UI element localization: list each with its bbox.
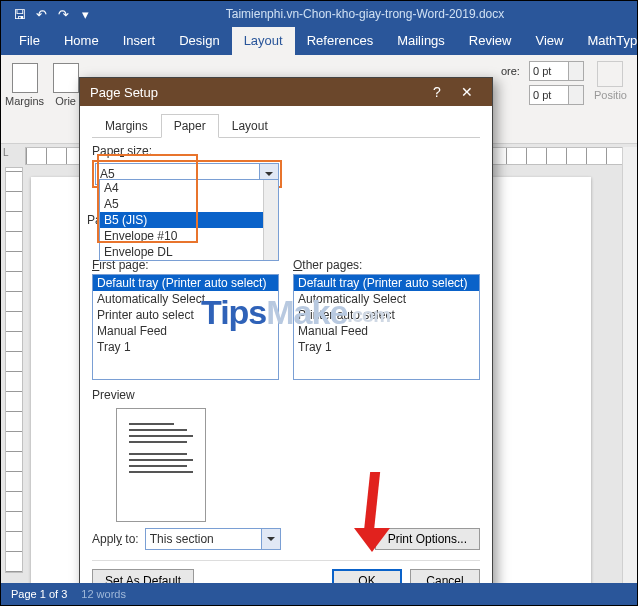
list-item[interactable]: Manual Feed [93, 323, 278, 339]
position-icon [597, 61, 623, 87]
qat-dropdown-icon[interactable]: ▾ [77, 6, 93, 22]
orientation-icon [53, 63, 79, 93]
document-title: Taimienphi.vn-Chon-kho-giay-trong-Word-2… [93, 7, 637, 21]
status-bar: Page 1 of 3 12 words [1, 583, 637, 605]
l-corner-marker: L [3, 147, 9, 158]
list-item[interactable]: Default tray (Printer auto select) [93, 275, 278, 291]
list-item[interactable]: Manual Feed [294, 323, 479, 339]
dialog-tabs: Margins Paper Layout [92, 114, 480, 138]
dropdown-option[interactable]: Envelope #10 [100, 228, 278, 244]
list-item[interactable]: Tray 1 [93, 339, 278, 355]
tab-view[interactable]: View [523, 27, 575, 55]
save-icon[interactable]: 🖫 [11, 6, 27, 22]
paper-size-label: Paper size: [92, 144, 480, 158]
vertical-ruler[interactable] [5, 167, 23, 573]
page-indicator[interactable]: Page 1 of 3 [11, 588, 67, 600]
dropdown-option[interactable]: A5 [100, 196, 278, 212]
preview-page [116, 408, 206, 522]
paper-size-dropdown[interactable]: A4 A5 B5 (JIS) Envelope #10 Envelope DL [99, 179, 279, 261]
dialog-title: Page Setup [90, 85, 158, 100]
dialog-tab-margins[interactable]: Margins [92, 114, 161, 138]
tab-mathtype[interactable]: MathType [575, 27, 638, 55]
tab-references[interactable]: References [295, 27, 385, 55]
tab-review[interactable]: Review [457, 27, 524, 55]
apply-to-combo[interactable]: This section [145, 528, 281, 550]
dialog-tab-layout[interactable]: Layout [219, 114, 281, 138]
tab-file[interactable]: File [7, 27, 52, 55]
dropdown-option[interactable]: A4 [100, 180, 278, 196]
tab-design[interactable]: Design [167, 27, 231, 55]
print-options-button[interactable]: Print Options... [375, 528, 480, 550]
position-label: Positio [594, 89, 627, 101]
before-label: ore: [501, 65, 525, 77]
page-setup-dialog: Page Setup ? ✕ Margins Paper Layout Pape… [79, 77, 493, 604]
dropdown-option[interactable]: Envelope DL [100, 244, 278, 260]
tab-layout[interactable]: Layout [232, 27, 295, 55]
tab-home[interactable]: Home [52, 27, 111, 55]
tab-mailings[interactable]: Mailings [385, 27, 457, 55]
spacing-after-field[interactable]: 0 pt [529, 85, 584, 105]
dropdown-scrollbar[interactable] [263, 180, 278, 260]
dialog-tab-paper[interactable]: Paper [161, 114, 219, 138]
apply-to-value: This section [150, 532, 214, 546]
margins-icon [12, 63, 38, 93]
title-bar: 🖫 ↶ ↷ ▾ Taimienphi.vn-Chon-kho-giay-tron… [1, 1, 637, 27]
chevron-down-icon[interactable] [261, 529, 280, 549]
list-item[interactable]: Tray 1 [294, 339, 479, 355]
tab-insert[interactable]: Insert [111, 27, 168, 55]
other-pages-label: Other pages: [293, 258, 480, 272]
dropdown-option[interactable]: B5 (JIS) [100, 212, 278, 228]
list-item[interactable]: Automatically Select [294, 291, 479, 307]
undo-icon[interactable]: ↶ [33, 6, 49, 22]
vertical-scrollbar[interactable] [622, 147, 637, 583]
list-item[interactable]: Automatically Select [93, 291, 278, 307]
help-icon[interactable]: ? [422, 84, 452, 100]
redo-icon[interactable]: ↷ [55, 6, 71, 22]
word-count[interactable]: 12 words [81, 588, 126, 600]
preview-label: Preview [92, 388, 480, 402]
orientation-label: Orie [55, 95, 76, 107]
margins-label: Margins [5, 95, 44, 107]
close-icon[interactable]: ✕ [452, 84, 482, 100]
other-pages-list[interactable]: Default tray (Printer auto select) Autom… [293, 274, 480, 380]
margins-button[interactable]: Margins [5, 63, 44, 107]
list-item[interactable]: Printer auto select [93, 307, 278, 323]
position-button[interactable]: Positio [594, 61, 627, 101]
list-item[interactable]: Default tray (Printer auto select) [294, 275, 479, 291]
ribbon-tabs: File Home Insert Design Layout Reference… [1, 27, 637, 55]
dialog-titlebar[interactable]: Page Setup ? ✕ [80, 78, 492, 106]
apply-to-label: Apply to: [92, 532, 139, 546]
spacing-before-field[interactable]: 0 pt [529, 61, 584, 81]
first-page-list[interactable]: Default tray (Printer auto select) Autom… [92, 274, 279, 380]
list-item[interactable]: Printer auto select [294, 307, 479, 323]
